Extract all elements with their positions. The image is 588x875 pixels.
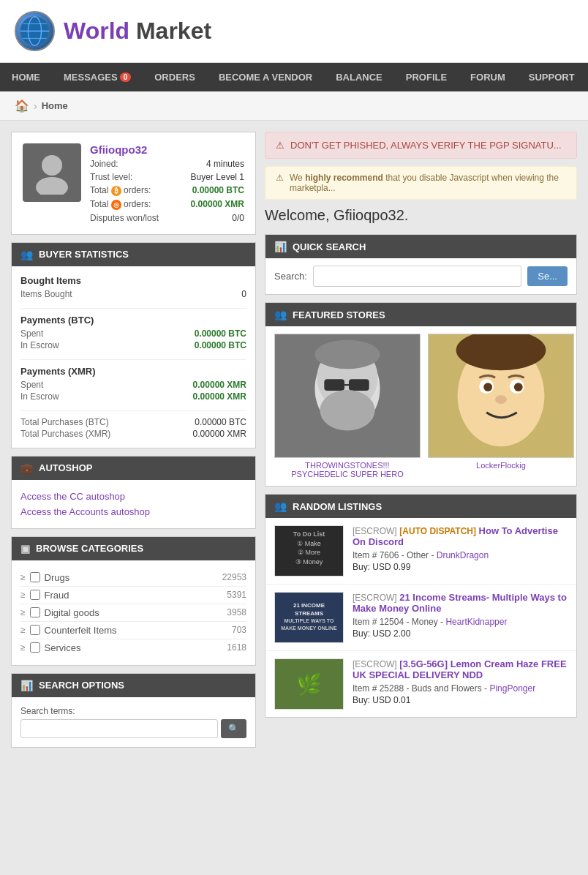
disputes-row: Disputes won/lost 0/0 [90, 213, 244, 223]
featured-stores-icon: 👥 [274, 309, 287, 320]
cat-checkbox-digital[interactable] [30, 607, 40, 617]
cat-checkbox-counterfeit[interactable] [30, 625, 40, 635]
autoshop-icon: 💼 [20, 462, 33, 474]
js-warning: ⚠ We highly recommend that you disable J… [265, 166, 577, 200]
listing-info-2: [ESCROW] 21 Income Streams- Multiple Way… [353, 592, 568, 643]
quick-search-button[interactable]: Se... [527, 266, 568, 286]
listing-price-3: Buy: USD 0.01 [353, 695, 568, 705]
category-item-services: ≥ Services 1618 [20, 639, 246, 656]
autoshop-accounts-link[interactable]: Access the Accounts autoshop [20, 504, 246, 519]
xmr-orders-val: 0.00000 XMR [191, 199, 244, 210]
qs-label: Search: [274, 271, 307, 282]
listing-title-3: [ESCROW] [3.5G-56G] Lemon Cream Haze FRE… [353, 658, 568, 680]
store-name-throwingstones: THROWINGSTONES!!!PSYCHEDELIC SUPER HERO [274, 461, 421, 478]
warning-icon: ⚠ [276, 173, 284, 183]
quick-search-input[interactable] [313, 266, 521, 287]
cat-checkbox-drugs[interactable] [30, 572, 40, 582]
nav-become-vendor[interactable]: BECOME A VENDOR [207, 63, 324, 91]
categories-header: ▣ BROWSE CATEGORIES [12, 537, 255, 560]
nav-balance[interactable]: BALANCE [324, 63, 394, 91]
svg-point-5 [42, 155, 62, 176]
autoshop-cc-link[interactable]: Access the CC autoshop [20, 489, 246, 504]
listing-info-3: [ESCROW] [3.5G-56G] Lemon Cream Haze FRE… [353, 658, 568, 710]
nav-forum[interactable]: FORUM [459, 63, 517, 91]
total-xmr-row: Total Purchases (XMR) 0.00000 XMR [20, 429, 246, 439]
autoshop-header: 💼 AUTOSHOP [12, 457, 255, 480]
cat-checkbox-services[interactable] [30, 642, 40, 653]
search-terms-label: Search terms: [20, 706, 246, 716]
listing-info-1: [ESCROW] [AUTO DISPATCH] How To Advertis… [353, 525, 568, 577]
xmr-spent-row: Spent 0.00000 XMR [20, 380, 246, 390]
total-btc-row: Total Purchases (BTC) 0.00000 BTC [20, 417, 246, 427]
nav-support[interactable]: SUPPORT [517, 63, 587, 91]
store-card-throwingstones[interactable]: THROWINGSTONES!!!PSYCHEDELIC SUPER HERO [274, 334, 421, 478]
nav-messages[interactable]: MESSAGES 0 [52, 63, 143, 91]
svg-point-20 [483, 383, 492, 391]
bought-items-title: Bought Items [20, 275, 246, 286]
store-card-lockerflockig[interactable]: LockerFlockig [428, 334, 574, 478]
cat-arrow-drugs: ≥ [20, 572, 26, 582]
listing-thumb-1: To Do List ① Make ② More ③ Money [274, 525, 344, 577]
cat-arrow-fraud: ≥ [20, 590, 26, 600]
btc-spent-row: Spent 0.00000 BTC [20, 328, 246, 339]
listing-price-1: Buy: USD 0.99 [353, 562, 568, 572]
svg-rect-11 [349, 379, 369, 391]
search-submit-button[interactable]: 🔍 [221, 719, 246, 738]
quick-search-icon: 📊 [274, 241, 287, 252]
site-logo-text: World Market [64, 18, 211, 45]
cat-name-fraud[interactable]: Fraud [45, 590, 223, 601]
btc-orders-row: Total ₿ orders: 0.00000 BTC [90, 185, 244, 196]
user-info: Gfiioqpo32 Joined: 4 minutes Trust level… [90, 143, 244, 223]
items-bought-row: Items Bought 0 [20, 289, 246, 299]
site-header: World Market [0, 0, 588, 63]
logo-market: Market [129, 18, 211, 44]
nav-home[interactable]: HOME [0, 63, 52, 91]
category-item-fraud: ≥ Fraud 5391 [20, 587, 246, 604]
random-listings-panel: 👥 RANDOM LISTINGS To Do List ① Make ② Mo… [265, 494, 577, 718]
cat-name-counterfeit[interactable]: Counterfeit Items [45, 625, 227, 636]
buyer-stats-header: 👥 BUYER STATISTICS [12, 243, 255, 266]
cat-name-digital[interactable]: Digital goods [45, 607, 223, 618]
cat-name-drugs[interactable]: Drugs [45, 572, 218, 583]
listing-title-2: [ESCROW] 21 Income Streams- Multiple Way… [353, 592, 568, 614]
payments-btc-section: Payments (BTC) Spent 0.00000 BTC In Escr… [20, 315, 246, 350]
svg-point-14 [314, 340, 380, 369]
search-options-header: 📊 SEARCH OPTIONS [12, 674, 255, 697]
store-img-2 [428, 334, 574, 458]
listing-thumb-3: 🌿 [274, 658, 344, 710]
category-item-drugs: ≥ Drugs 22953 [20, 569, 246, 587]
cat-count-drugs: 22953 [222, 572, 246, 582]
nav-orders[interactable]: ORDERS [143, 63, 207, 91]
store-name-lockerflockig: LockerFlockig [428, 461, 574, 470]
categories-icon: ▣ [20, 543, 30, 555]
logo-world: World [64, 18, 129, 44]
cat-count-fraud: 5391 [227, 590, 246, 600]
logo-globe-icon [15, 11, 55, 51]
bought-items-section: Bought Items Items Bought 0 [20, 275, 246, 299]
cat-checkbox-fraud[interactable] [30, 590, 40, 600]
listing-seller-2[interactable]: HeartKidnapper [445, 617, 507, 627]
cat-name-services[interactable]: Services [45, 642, 223, 653]
disputes-val: 0/0 [232, 213, 244, 223]
cat-count-services: 1618 [227, 642, 246, 653]
listing-price-2: Buy: USD 2.00 [353, 628, 568, 639]
autoshop-body: Access the CC autoshop Access the Accoun… [12, 480, 255, 528]
svg-point-21 [514, 383, 523, 391]
buyer-stats-body: Bought Items Items Bought 0 Payments (BT… [12, 266, 255, 448]
payments-btc-title: Payments (BTC) [20, 315, 246, 326]
svg-point-22 [495, 395, 507, 404]
trust-val: Buyer Level 1 [191, 172, 244, 182]
listing-seller-1[interactable]: DrunkDragon [437, 550, 489, 560]
breadcrumb-current: Home [42, 100, 68, 111]
listing-item-2: 21 INCOMESTREAMSMULTIPLE WAYS TOMAKE MON… [265, 585, 576, 651]
search-terms-input[interactable] [20, 719, 218, 738]
svg-point-6 [36, 177, 68, 195]
listing-seller-3[interactable]: PingPonger [489, 683, 535, 694]
username-link[interactable]: Gfiioqpo32 [90, 143, 147, 156]
nav-profile[interactable]: PROFILE [394, 63, 459, 91]
btc-escrow-row: In Escrow 0.00000 BTC [20, 340, 246, 350]
cat-arrow-counterfeit: ≥ [20, 625, 26, 635]
joined-val: 4 minutes [206, 159, 244, 169]
payments-xmr-title: Payments (XMR) [20, 366, 246, 377]
welcome-message: Welcome, Gfiioqpo32. [265, 207, 577, 224]
